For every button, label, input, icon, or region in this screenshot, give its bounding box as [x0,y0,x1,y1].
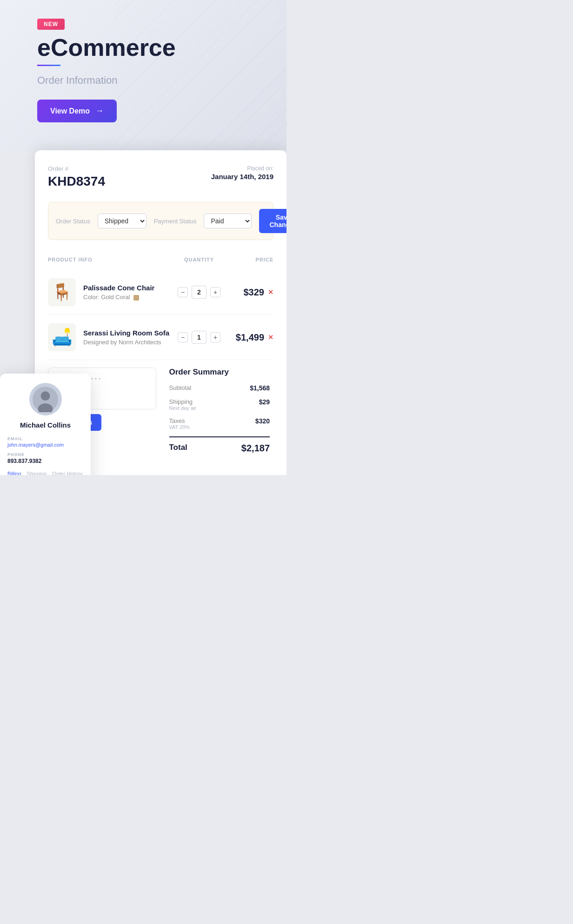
taxes-sub: VAT 20% [169,424,190,430]
status-bar: Order Status Shipped Pending Delivered C… [48,202,273,240]
total-label: Total [169,443,187,452]
hero-title: eCommerce [37,34,249,61]
quantity-minus-2[interactable]: − [178,332,188,342]
product-image-2: 🛋️ [48,323,76,351]
subtotal-value: $1,568 [250,384,270,392]
order-number: KHD8374 [48,174,105,189]
remove-product-2[interactable]: ✕ [268,334,273,341]
price-value-1: $329 [244,287,265,298]
taxes-value: $320 [255,417,270,425]
hero-underline [37,65,60,66]
price-value-2: $1,499 [236,332,264,343]
summary-subtotal-row: Subtotal $1,568 [169,384,270,392]
hero-subtitle: Order Information [37,74,249,87]
product-details-1: Palissade Cone Chair Color: Gold Coral [83,284,154,301]
col-price: PRICE [227,257,273,262]
total-value: $2,187 [241,443,270,454]
remove-product-1[interactable]: ✕ [268,288,273,296]
product-price-2: $1,499 ✕ [227,332,273,343]
view-demo-button[interactable]: View Demo → [37,100,117,122]
quantity-control-1: − + [171,286,227,299]
new-badge: NEW [37,19,65,30]
main-card: Order # KHD8374 Placed on: January 14th,… [35,150,286,475]
product-details-2: Serassi Living Room Sofa Designed by Nor… [83,329,169,346]
phone-label: PHONE [7,452,83,457]
payment-status-select[interactable]: Paid Unpaid Refunded [204,214,252,228]
quantity-plus-1[interactable]: + [210,287,220,297]
summary-total-row: Total $2,187 [169,443,270,454]
customer-tabs: Billing Shipping Order History [7,471,83,475]
svg-point-1 [41,391,50,401]
quantity-input-1[interactable] [192,286,207,299]
table-header: PRODUCT INFO QUANTITY PRICE [48,253,273,266]
product-image-1: 🪑 [48,278,76,306]
quantity-plus-2[interactable]: + [210,332,220,342]
product-name-1: Palissade Cone Chair [83,284,154,292]
order-label: Order # [48,165,105,172]
avatar [29,383,62,415]
tab-shipping[interactable]: Shipping [27,471,47,475]
taxes-info: Taxes VAT 20% [169,417,190,430]
summary-taxes-row: Taxes VAT 20% $320 [169,417,270,430]
product-price-1: $329 ✕ [227,287,273,298]
product-name-2: Serassi Living Room Sofa [83,329,169,337]
shipping-value: $29 [259,398,270,406]
avatar-image [33,387,58,412]
tab-order-history[interactable]: Order History [52,471,82,475]
col-quantity: QUANTITY [171,257,227,262]
placed-on-date: January 14th, 2019 [211,173,273,181]
chair-icon: 🪑 [52,282,73,302]
placed-on-block: Placed on: January 14th, 2019 [211,165,273,181]
quantity-minus-1[interactable]: − [178,287,188,297]
customer-name: Michael Collins [7,421,83,429]
order-status-label: Order Status [56,218,90,225]
order-summary: Order Summary Subtotal $1,568 Shipping N… [166,368,274,460]
product-info-1: 🪑 Palissade Cone Chair Color: Gold Coral [48,278,171,306]
summary-divider [169,436,270,437]
col-product-info: PRODUCT INFO [48,257,171,262]
save-changes-button[interactable]: Save Changes [259,209,286,233]
summary-title: Order Summary [169,368,270,377]
shipping-label: Shipping [169,398,197,405]
taxes-label: Taxes [169,417,190,424]
color-swatch-1 [133,295,139,301]
summary-shipping-row: Shipping Next day air $29 [169,398,270,411]
order-header: Order # KHD8374 Placed on: January 14th,… [48,165,273,189]
tab-billing[interactable]: Billing [7,471,21,475]
table-row: 🛋️ Serassi Living Room Sofa Designed by … [48,315,273,360]
order-status-select[interactable]: Shipped Pending Delivered Cancelled [98,214,147,228]
view-demo-label: View Demo [50,107,90,115]
shipping-sub: Next day air [169,405,197,411]
customer-email: john.mayers@gmail.com [7,442,83,448]
placed-on-label: Placed on: [211,165,273,172]
hero-section: NEW eCommerce Order Information View Dem… [0,0,286,150]
payment-status-label: Payment Status [154,218,197,225]
arrow-icon: → [95,106,104,116]
table-row: 🪑 Palissade Cone Chair Color: Gold Coral… [48,270,273,315]
order-id-block: Order # KHD8374 [48,165,105,189]
product-sub-1: Color: Gold Coral [83,294,154,301]
shipping-info: Shipping Next day air [169,398,197,411]
email-label: EMAIL [7,436,83,441]
customer-card: Michael Collins EMAIL john.mayers@gmail.… [0,374,91,475]
subtotal-label: Subtotal [169,384,192,391]
sofa-icon: 🛋️ [52,328,73,347]
product-info-2: 🛋️ Serassi Living Room Sofa Designed by … [48,323,171,351]
quantity-control-2: − + [171,331,227,344]
quantity-input-2[interactable] [192,331,207,344]
customer-phone: 893.837.9382 [7,458,83,464]
product-sub-2: Designed by Norm Architects [83,339,169,346]
